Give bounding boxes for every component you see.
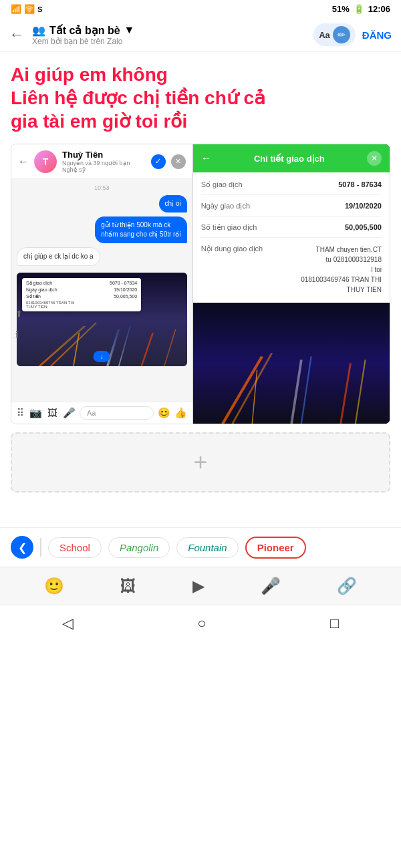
link-tool-icon[interactable]: 🔗: [337, 577, 357, 595]
chat-input-bar: ⠿ 📷 🖼 🎤 Aa 😊 👍: [11, 402, 192, 424]
chat-text-input[interactable]: Aa: [80, 406, 154, 420]
battery-text: 51%: [332, 4, 350, 14]
font-selector: ❮ School Pangolin Fountain Pioneer: [0, 527, 401, 567]
screenshot-composite: ← T Thuỳ Tiên Nguyễn và 39 người bạn Ngh…: [11, 144, 390, 424]
receipt-close-icon[interactable]: ✕: [367, 151, 382, 166]
receipt-value-2: 50,005,500: [345, 223, 382, 231]
city-bg-bottom: [193, 303, 390, 424]
font-nav-back[interactable]: ❮: [11, 536, 33, 559]
bubble-right-2: gửi từ thiện 500k mà cknhầm sang cho chị…: [95, 216, 187, 243]
aa-label: Aa: [319, 30, 330, 40]
apps-icon[interactable]: ⠿: [17, 407, 24, 419]
chat-header: ← T Thuỳ Tiên Nguyễn và 39 người bạn Ngh…: [11, 144, 192, 179]
font-school-item[interactable]: School: [48, 537, 102, 558]
signal-icon: 📶: [11, 4, 21, 14]
play-tool-icon[interactable]: ▶: [192, 577, 205, 595]
receipt-label-1: Ngày giao dịch: [201, 202, 345, 210]
bubble-right-1: chị oi: [159, 195, 187, 212]
receipt-row-2: Số tiền giao dịch 50,005,500: [201, 223, 382, 238]
chat-type: Nghệ sỹ: [62, 166, 146, 173]
status-right: 51% 🔋 12:06: [332, 4, 390, 14]
status-signal: 📶 🛜 S: [11, 4, 42, 14]
dang-button[interactable]: ĐĂNG: [362, 29, 392, 41]
image-tool-icon[interactable]: 🖼: [120, 577, 136, 595]
chat-sub: Nguyễn và 39 người bạn: [62, 160, 146, 166]
nav-recent-icon[interactable]: □: [330, 615, 339, 632]
dropdown-icon[interactable]: ▼: [124, 24, 135, 36]
nav-subtitle: Xem bởi bạn bè trên Zalo: [32, 37, 305, 46]
font-pioneer-item[interactable]: Pioneer: [245, 537, 306, 559]
nav-center: 👥 Tất cả bạn bè ▼ Xem bởi bạn bè trên Za…: [32, 24, 305, 46]
back-button[interactable]: ←: [9, 26, 24, 43]
messenger-panel: ← T Thuỳ Tiên Nguyễn và 39 người bạn Ngh…: [11, 144, 193, 424]
nav-right: Aa ✏ ĐĂNG: [313, 23, 392, 46]
emoji-tool-icon[interactable]: 🙂: [44, 577, 64, 595]
mic-icon[interactable]: 🎤: [63, 407, 76, 419]
close-icon[interactable]: ✕: [171, 154, 186, 169]
emoji-icon[interactable]: 😊: [158, 407, 170, 419]
status-bar: 📶 🛜 S 51% 🔋 12:06: [0, 0, 401, 18]
chat-image: Số giao dịch5078 - 87634 Ngày giao dịch1…: [17, 273, 187, 366]
receipt-value-1: 19/10/2020: [345, 202, 382, 210]
svg-line-6: [74, 333, 79, 366]
photo-icon[interactable]: 🖼: [47, 407, 57, 419]
info-icon[interactable]: ℹ: [15, 329, 19, 339]
nav-back-icon[interactable]: ◁: [62, 615, 74, 632]
camera-icon[interactable]: 📷: [29, 407, 42, 419]
chat-messages: 10:53 chị oi gửi từ thiện 500k mà cknhầm…: [11, 179, 192, 402]
share-icon[interactable]: ⬆: [15, 309, 23, 319]
svg-line-2: [108, 329, 119, 366]
main-content: Ai giúp em không Liên hệ được chị tiền c…: [0, 52, 401, 424]
download-badge[interactable]: ↓: [94, 351, 110, 362]
avatar: T: [34, 150, 57, 173]
svg-line-5: [164, 329, 176, 366]
receipt-label-3: Nội dung giao dịch: [201, 245, 301, 253]
mic-tool-icon[interactable]: 🎤: [261, 577, 281, 595]
receipt-back-icon[interactable]: ←: [201, 152, 212, 164]
font-school-label: School: [59, 542, 90, 553]
chat-username: Thuỳ Tiên: [62, 150, 146, 160]
aa-toggle[interactable]: Aa ✏: [313, 23, 356, 46]
headline-line1: Ai giúp em không: [11, 63, 390, 86]
nav-title-text[interactable]: Tất cả bạn bè: [49, 24, 120, 37]
bubble-left-1: chị giúp e ck lại dc ko a: [17, 247, 100, 266]
receipt-value-3: THAM chuyen tien.CTtu 0281000312918l toi…: [301, 245, 382, 295]
nav-home-icon[interactable]: ○: [197, 615, 206, 632]
bottom-toolbar: 🙂 🖼 ▶ 🎤 🔗: [0, 567, 401, 605]
font-pangolin-item[interactable]: Pangolin: [108, 537, 170, 558]
chevron-left-icon: ❮: [18, 541, 27, 554]
edit-icon[interactable]: ✏: [333, 26, 350, 43]
svg-line-0: [39, 326, 85, 366]
nav-bar: ◁ ○ □: [0, 605, 401, 639]
receipt-body: Số giao dịch 5078 - 87634 Ngày giao dịch…: [193, 172, 390, 303]
font-fountain-item[interactable]: Fountain: [176, 537, 238, 558]
receipt-title: Chi tiết giao dịch: [212, 154, 367, 164]
top-nav: ← 👥 Tất cả bạn bè ▼ Xem bởi bạn bè trên …: [0, 18, 401, 52]
headline-line3: gia tài em giờ toi rồi: [11, 110, 390, 133]
spacer: [0, 500, 401, 527]
data-icon: S: [37, 5, 42, 13]
receipt-row-3: Nội dung giao dịch THAM chuyen tien.CTtu…: [201, 245, 382, 295]
input-icons: ⠿ 📷 🖼 🎤: [17, 407, 76, 419]
check-icon[interactable]: ✓: [151, 154, 166, 169]
timestamp: 10:53: [17, 184, 187, 191]
add-icon: +: [193, 448, 207, 476]
font-pioneer-label: Pioneer: [257, 542, 294, 553]
receipt-header: ← Chi tiết giao dịch ✕: [193, 144, 390, 172]
transaction-panel: ← Chi tiết giao dịch ✕ Số giao dịch 5078…: [193, 144, 390, 424]
mini-receipt: Số giao dịch5078 - 87634 Ngày giao dịch1…: [22, 278, 141, 311]
receipt-row-1: Ngày giao dịch 19/10/2020: [201, 202, 382, 216]
headline: Ai giúp em không Liên hệ được chị tiền c…: [11, 63, 390, 133]
svg-line-4: [142, 333, 153, 366]
like-icon[interactable]: 👍: [174, 407, 187, 419]
headline-line2: Liên hệ được chị tiền chứ cả: [11, 86, 390, 110]
time-text: 12:06: [368, 4, 390, 14]
add-section[interactable]: +: [11, 432, 390, 492]
svg-rect-7: [193, 303, 390, 424]
svg-line-3: [119, 326, 130, 366]
receipt-value-0: 5078 - 87634: [338, 180, 382, 188]
receipt-label-0: Số giao dịch: [201, 180, 338, 189]
nav-title: 👥 Tất cả bạn bè ▼: [32, 24, 305, 37]
chat-back-icon[interactable]: ←: [18, 156, 29, 168]
battery-icon: 🔋: [354, 4, 364, 14]
